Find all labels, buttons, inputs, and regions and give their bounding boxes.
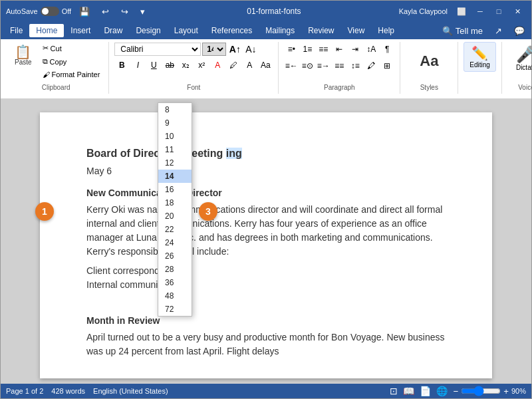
document-content: Board of Directors Meeting ing May 6 New… (86, 146, 446, 358)
redo-button[interactable]: ↪ (117, 5, 132, 18)
size-option-48[interactable]: 48 (158, 289, 192, 303)
menu-review[interactable]: Review (301, 24, 340, 37)
text-color-button[interactable]: A (242, 58, 257, 72)
italic-button[interactable]: I (130, 58, 145, 72)
comments-button[interactable]: 💬 (510, 25, 529, 37)
size-option-28[interactable]: 28 (158, 263, 192, 276)
strikethrough-button[interactable]: ab (162, 58, 177, 72)
line-spacing-button[interactable]: ↕≡ (348, 59, 362, 73)
subscript-button[interactable]: x₂ (178, 58, 193, 72)
autosave-control[interactable]: AutoSave Off (6, 7, 71, 16)
read-mode-button[interactable]: 📖 (403, 386, 414, 396)
menu-layout[interactable]: Layout (168, 24, 205, 37)
menu-mailings[interactable]: Mailings (259, 24, 301, 37)
zoom-slider-input[interactable] (461, 386, 501, 396)
size-option-22[interactable]: 22 (158, 223, 192, 236)
size-option-72[interactable]: 72 (158, 303, 192, 316)
customize-qat-button[interactable]: ▾ (136, 5, 149, 18)
size-option-8[interactable]: 8 (158, 103, 192, 116)
zoom-level: 90% (511, 387, 526, 395)
web-layout-button[interactable]: 🌐 (436, 386, 448, 396)
increase-indent-button[interactable]: ⇥ (348, 42, 362, 57)
font-size-select[interactable]: 14 (202, 43, 226, 56)
zoom-control[interactable]: − + 90% (453, 386, 526, 396)
justify-button[interactable]: ≡≡ (332, 59, 346, 73)
dictate-button[interactable]: 🎤 Dictate (507, 42, 532, 74)
share-button[interactable]: ↗ (491, 25, 506, 37)
size-option-36[interactable]: 36 (158, 276, 192, 289)
size-option-24[interactable]: 24 (158, 236, 192, 249)
annotation-1: 1 (35, 202, 54, 221)
autosave-toggle[interactable] (41, 7, 59, 16)
sort-button[interactable]: ↕A (364, 42, 378, 57)
bullets-button[interactable]: ≡• (284, 42, 299, 57)
zoom-out-button[interactable]: − (453, 386, 458, 396)
size-option-12[interactable]: 12 (158, 156, 192, 170)
styles-content: Aa (406, 42, 452, 82)
borders-button[interactable]: ⊞ (380, 59, 394, 73)
font-name-select[interactable]: Calibri (114, 43, 201, 56)
dictate-label: Dictate (516, 64, 532, 71)
align-right-button[interactable]: ≡→ (316, 59, 331, 73)
styles-button[interactable]: Aa (406, 42, 452, 80)
menu-help[interactable]: Help (371, 24, 401, 37)
bold-button[interactable]: B (114, 58, 129, 72)
format-painter-button[interactable]: 🖌 Format Painter (39, 68, 104, 80)
menu-home[interactable]: Home (29, 24, 64, 37)
menu-file[interactable]: File (3, 24, 29, 37)
decrease-font-button[interactable]: A↓ (243, 42, 258, 57)
status-bar: Page 1 of 2 428 words English (United St… (1, 384, 531, 398)
size-option-26[interactable]: 26 (158, 249, 192, 263)
underline-button[interactable]: U (146, 58, 161, 72)
highlight-button[interactable]: 🖊 (226, 58, 241, 72)
menu-view[interactable]: View (341, 24, 372, 37)
ribbon-display-button[interactable]: ⬜ (453, 5, 470, 18)
increase-font-button[interactable]: A↑ (227, 42, 242, 57)
size-option-20[interactable]: 20 (158, 209, 192, 223)
menu-insert[interactable]: Insert (64, 24, 97, 37)
styles-group: Aa Styles (403, 42, 458, 94)
shading-button[interactable]: 🖍 (364, 59, 378, 73)
autosave-label: AutoSave (6, 7, 38, 15)
menu-design[interactable]: Design (129, 24, 167, 37)
clipboard-group: 📋 Paste ✂ Cut ⧉ Copy 🖌 Format Painter Cl… (6, 42, 109, 94)
size-option-10[interactable]: 10 (158, 130, 192, 143)
numbering-button[interactable]: 1≡ (300, 42, 315, 57)
focus-mode-button[interactable]: ⊡ (390, 386, 398, 396)
title-bar-left: AutoSave Off 💾 ↩ ↪ ▾ (6, 5, 149, 18)
maximize-button[interactable]: □ (490, 5, 507, 18)
size-option-9[interactable]: 9 (158, 116, 192, 130)
size-option-11[interactable]: 11 (158, 143, 192, 156)
search-button[interactable]: 🔍 Tell me (438, 25, 487, 37)
doc-heading: Board of Directors Meeting ing (86, 146, 446, 162)
format-painter-icon: 🖌 (43, 70, 50, 78)
menu-draw[interactable]: Draw (97, 24, 129, 37)
autosave-state: Off (62, 7, 71, 15)
menu-references[interactable]: References (205, 24, 259, 37)
align-left-button[interactable]: ≡← (284, 59, 299, 73)
size-option-14[interactable]: 14 (158, 170, 192, 183)
size-option-18[interactable]: 18 (158, 196, 192, 209)
document-title: 01-format-fonts (247, 7, 301, 16)
decrease-indent-button[interactable]: ⇤ (332, 42, 346, 57)
show-hide-button[interactable]: ¶ (380, 42, 394, 57)
font-color-button[interactable]: A (210, 58, 225, 72)
document-scroll-area[interactable]: Board of Directors Meeting ing May 6 New… (1, 99, 531, 384)
editing-button[interactable]: ✏️ Editing (464, 42, 496, 72)
save-button[interactable]: 💾 (75, 5, 94, 18)
paste-button[interactable]: 📋 Paste (9, 42, 38, 69)
editing-content: ✏️ Editing (464, 42, 496, 90)
username-label: Kayla Claypool (399, 7, 448, 15)
multilevel-list-button[interactable]: ≡≡ (316, 42, 331, 57)
print-layout-button[interactable]: 📄 (420, 386, 431, 396)
close-button[interactable]: ✕ (509, 5, 526, 18)
cut-button[interactable]: ✂ Cut (39, 42, 104, 55)
zoom-in-button[interactable]: + (503, 386, 509, 396)
align-center-button[interactable]: ≡⊙ (300, 59, 315, 73)
undo-button[interactable]: ↩ (98, 5, 113, 18)
minimize-button[interactable]: ─ (471, 5, 489, 18)
clear-format-button[interactable]: Aa (258, 58, 273, 72)
copy-button[interactable]: ⧉ Copy (39, 55, 104, 68)
size-option-16[interactable]: 16 (158, 183, 192, 196)
superscript-button[interactable]: x² (194, 58, 209, 72)
